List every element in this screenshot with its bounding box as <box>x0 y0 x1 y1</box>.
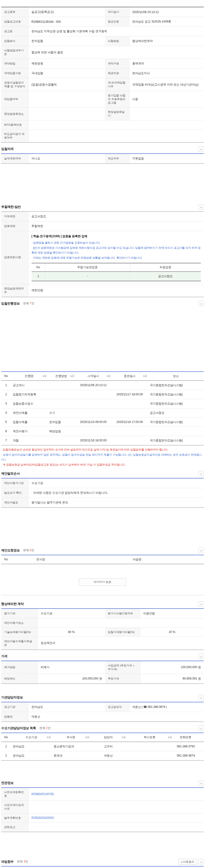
field-label: 계약방법 <box>1 59 28 68</box>
collapse-section-button[interactable]: ∧ <box>199 301 204 306</box>
section-negotiation-header: 협상에의한 계약 ∧ <box>1 601 204 607</box>
notice-info-table: 공고종류실공고(등록공고)게시일시2025/11/06 20:13:12 입찰공… <box>1 7 204 143</box>
chevron-up-icon: ∧ <box>200 206 202 209</box>
chevron-up-icon: ∧ <box>200 603 202 606</box>
cell-method: 수기 <box>47 408 75 417</box>
sort-icon[interactable]: ⇅▾ <box>42 375 46 377</box>
cell-start <box>75 408 111 417</box>
section-title: 파일첨부 <box>1 860 14 864</box>
column-header-sortable[interactable]: 부서명⇅▾ <box>52 733 90 742</box>
chevron-up-icon: ∧ <box>200 727 202 730</box>
column-header-sortable[interactable]: 진행명⇅▾ <box>11 372 47 380</box>
field-label: 지역제한 <box>1 212 28 221</box>
cell-method <box>47 380 75 390</box>
no-data-message: 데이터가 없음 <box>79 578 126 586</box>
table-row: 입찰공고번호R25BK01139164 - 000참조번호전라남도 공고 제20… <box>1 17 204 27</box>
cell-step: 제안서평가 <box>11 427 47 436</box>
column-header-sortable[interactable]: 담당자⇅▾ <box>90 733 127 742</box>
column-header-sortable[interactable]: 팩스번호⇅▾ <box>127 733 173 742</box>
table-row: 국제입찰구분국내입찰채권자명전라남도지사 <box>1 68 204 78</box>
field-value: 전라남도지사 <box>129 68 204 78</box>
total-count: 전체 3건 <box>17 860 28 864</box>
field-value <box>28 120 204 130</box>
field-value: 국내입찰 <box>28 68 105 78</box>
section-title: 연관정보 <box>1 781 14 785</box>
cell-end: 2025/11/17 18:00:00 <box>111 390 148 399</box>
field-label: 발표순서 확인 <box>1 488 28 498</box>
field-value: 90,909,091 원 <box>140 674 204 684</box>
cell-no: 1 <box>1 380 11 390</box>
sort-icon[interactable]: ⇅▾ <box>168 736 172 739</box>
field-label: 계약구분 <box>105 59 129 68</box>
collapse-section-button[interactable]: ∧ <box>199 471 204 476</box>
restriction-note: · 아래는 제한된 업종에 대해 투찰가능한 허용업종 상황을 보여줍니다. 확… <box>31 255 201 260</box>
field-value <box>37 618 204 627</box>
table-row: 3입찰보증서접수국가종합전자조달시스템( <box>1 399 204 408</box>
sort-icon[interactable]: ⇅▾ <box>70 375 74 377</box>
column-header-sortable[interactable]: 수요기관⇅▾ <box>11 733 52 742</box>
cell-allowed-industry: 공고서참조 <box>130 272 201 281</box>
section-presentation-header: 제안발표순서 ∧ <box>1 471 204 476</box>
cell-fax <box>127 751 173 761</box>
table-row: 6제안서평가해당없음 <box>1 427 204 436</box>
collapse-section-button[interactable]: ∧ <box>199 548 204 553</box>
total-count: 전체 2건 <box>40 726 51 730</box>
collapse-section-button[interactable]: ∧ <box>199 601 204 607</box>
chevron-up-icon: ∧ <box>200 549 202 552</box>
pre-spec-number-link[interactable]: R25BD00130755 <box>31 793 54 796</box>
field-value: R25BK01139164 - 000 <box>28 17 105 27</box>
sort-icon[interactable]: ⇅▾ <box>85 736 89 739</box>
collapse-section-button[interactable]: ∧ <box>199 204 204 210</box>
field-label: 국내/국제입찰사유 <box>105 78 129 91</box>
table-row: 평가기관수요기관평가시스템이용여부이용안함 <box>1 609 204 618</box>
table-row: 기술능력평가비율(%)80 %입찰가격평가비율(%)20 % <box>1 627 204 637</box>
column-header-sortable[interactable]: 진행방법⇅▾ <box>47 372 75 380</box>
column-header-sortable[interactable]: 종료일시⇅▾ <box>111 372 148 380</box>
cell-place <box>148 427 204 436</box>
cell-step: 입찰서제출 <box>11 417 47 427</box>
table-row: 제안서필수제출서류설정정성제안서 <box>1 637 204 650</box>
download-icon: ⤓ <box>181 860 182 863</box>
field-label: 제안서필수제출서류설정 <box>1 637 37 650</box>
cell-step: 제안서제출 <box>11 408 47 417</box>
sort-icon[interactable]: ⇅▾ <box>106 375 110 377</box>
bid-restriction-table: 지역제한공고서참조 업종제한투찰제한 업종제한사항 [ 학술.연구용역(1169… <box>1 211 204 297</box>
restricted-industry-name[interactable]: [ 학술.연구용역(1169) ] 업종을 등록한 업체 <box>31 234 201 238</box>
table-row: 사전규격등록번호R25BD00130755 <box>1 787 204 801</box>
field-label: 발주계획번호 <box>1 813 28 823</box>
collapse-section-button[interactable]: ∧ <box>199 780 204 786</box>
cell-start <box>75 399 111 408</box>
bid-notice-detail-page: 공고종류실공고(등록공고)게시일시2025/11/06 20:13:12 입찰공… <box>0 0 205 868</box>
sort-icon[interactable]: ⇅▾ <box>122 736 126 739</box>
column-header-sortable[interactable]: 시작일시⇅▾ <box>75 372 111 380</box>
cell-dept: 회계과 <box>52 751 90 761</box>
collapse-section-button[interactable]: ∧ <box>199 146 204 152</box>
collapse-section-button[interactable]: ∧ <box>199 695 204 700</box>
field-value: 여윤선 <box>28 712 204 722</box>
field-label: 공동수급협정서 제출 및 구성방식 <box>1 78 28 91</box>
field-value: 평가일시는 발주기관에 문의 <box>28 498 204 507</box>
cell-step: 공고게시 <box>11 380 47 390</box>
sort-icon[interactable]: ⇅▾ <box>47 736 51 739</box>
field-label: 집행관 <box>1 712 28 722</box>
section-title: 수요기관담당자정보 목록 <box>1 726 36 731</box>
table-row: 예가방법비예가사업금액 (추정가격 + 부가세)100,000,000 원 <box>1 661 204 674</box>
download-button[interactable]: ⤓ 다운로드 <box>179 859 197 865</box>
table-row: 지역제한공고서참조 <box>1 212 204 221</box>
cell-method: 전자입찰 <box>47 417 75 427</box>
table-row: 1공고게시2025/11/06 20:13:12국가종합전자조달시스템( <box>1 380 204 390</box>
table-row: 공고종류실공고(등록공고)게시일시2025/11/06 20:13:12 <box>1 7 204 17</box>
collapse-section-button[interactable]: ∧ <box>199 654 204 659</box>
section-org-contact-header: 기관담당자정보 ∧ <box>1 694 204 700</box>
table-row: 제안서발표평가일시는 발주기관에 문의 <box>1 498 204 507</box>
collapse-section-button[interactable]: ∧ <box>199 859 204 864</box>
order-plan-number-link[interactable]: R25DD20420002 <box>31 816 54 819</box>
cell-no: 5 <box>1 417 11 427</box>
field-label: 공고명 <box>1 27 28 36</box>
column-header: 장소 <box>148 372 204 380</box>
price-table: 예가방법비예가사업금액 (추정가격 + 부가세)100,000,000 원 배정… <box>1 661 204 684</box>
sort-icon[interactable]: ⇅▾ <box>143 375 147 377</box>
table-row: 1전라남도중소벤처기업과고우리061-286-3792 <box>1 742 204 751</box>
collapse-section-button[interactable]: ∧ <box>199 725 204 731</box>
field-label: 평가시스템이용여부 <box>105 609 140 618</box>
